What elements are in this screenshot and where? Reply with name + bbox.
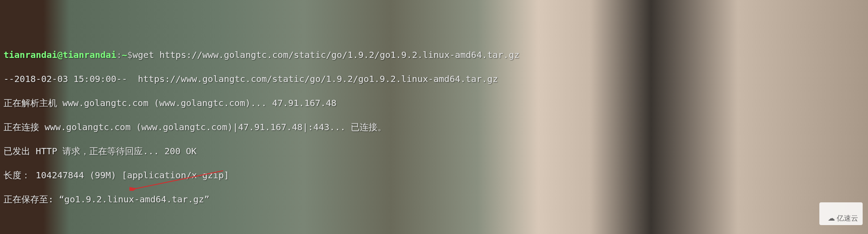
command-text[interactable]: wget https://www.golangtc.com/static/go/… — [133, 49, 519, 60]
output-line: 正在保存至: “go1.9.2.linux-amd64.tar.gz” — [4, 193, 864, 205]
blank-line — [4, 218, 864, 230]
prompt-path: ~ — [122, 49, 127, 60]
output-line: 长度： 104247844 (99M) [application/x-gzip] — [4, 169, 864, 181]
prompt-user: tianrandai@tianrandai — [4, 49, 116, 60]
cloud-icon: ☁ — [828, 213, 835, 223]
watermark: ☁亿速云 — [819, 202, 863, 225]
output-line: 正在解析主机 www.golangtc.com (www.golangtc.co… — [4, 97, 864, 109]
prompt-dollar: $ — [127, 49, 133, 60]
terminal-output: tianrandai@tianrandai:~$wget https://www… — [4, 49, 864, 61]
output-line: 已发出 HTTP 请求，正在等待回应... 200 OK — [4, 145, 864, 157]
output-line: --2018-02-03 15:09:00-- https://www.gola… — [4, 73, 864, 85]
output-line: 正在连接 www.golangtc.com (www.golangtc.com)… — [4, 121, 864, 133]
watermark-text: 亿速云 — [837, 214, 858, 222]
prompt-sep: : — [116, 49, 122, 60]
